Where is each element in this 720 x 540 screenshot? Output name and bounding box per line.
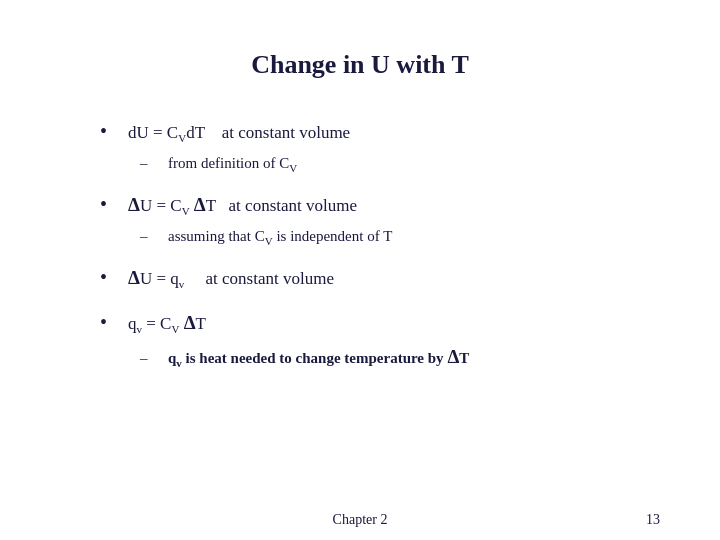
sub-text-4a-bold: qv is heat needed to change temperature …	[168, 350, 469, 366]
bullet-dot-1: •	[100, 120, 120, 143]
dash-4a: –	[140, 350, 160, 367]
dash-1a: –	[140, 155, 160, 172]
content-area: • dU = CVdT at constant volume – from de…	[60, 120, 660, 369]
bullet-text-2: ΔU = CV ΔT at constant volume	[128, 192, 357, 220]
bullet-section-3: • ΔU = qv at constant volume	[100, 265, 660, 293]
bullet-text-3: ΔU = qv at constant volume	[128, 265, 334, 293]
bullet-dot-3: •	[100, 266, 120, 289]
slide-title: Change in U with T	[60, 50, 660, 80]
delta-2: Δ	[128, 194, 140, 215]
delta-t-2: Δ	[194, 194, 206, 215]
bullet-item-4: • qv = CV ΔT	[100, 310, 660, 338]
bullet-section-1: • dU = CVdT at constant volume – from de…	[100, 120, 660, 174]
footer-chapter: Chapter 2	[333, 512, 388, 528]
delta-3: Δ	[128, 267, 140, 288]
sub-text-2a: assuming that CV is independent of T	[168, 228, 392, 247]
bullet-dot-2: •	[100, 193, 120, 216]
sub-text-1a: from definition of CV	[168, 155, 297, 174]
footer-page: 13	[646, 512, 660, 528]
bullet-item-2: • ΔU = CV ΔT at constant volume	[100, 192, 660, 220]
slide: Change in U with T • dU = CVdT at consta…	[0, 0, 720, 540]
bullet-item-1: • dU = CVdT at constant volume	[100, 120, 660, 147]
bullet-section-4: • qv = CV ΔT – qv is heat needed to chan…	[100, 310, 660, 369]
sub-text-4a: qv is heat needed to change temperature …	[168, 346, 469, 369]
bullet-text-4: qv = CV ΔT	[128, 310, 206, 338]
bullet-dot-4: •	[100, 311, 120, 334]
sub-item-4a: – qv is heat needed to change temperatur…	[140, 346, 660, 369]
sub-item-1a: – from definition of CV	[140, 155, 660, 174]
dash-2a: –	[140, 228, 160, 245]
bullet-item-3: • ΔU = qv at constant volume	[100, 265, 660, 293]
delta-4: Δ	[184, 312, 196, 333]
bullet-section-2: • ΔU = CV ΔT at constant volume – assumi…	[100, 192, 660, 247]
sub-item-2a: – assuming that CV is independent of T	[140, 228, 660, 247]
bullet-text-1: dU = CVdT at constant volume	[128, 121, 350, 147]
